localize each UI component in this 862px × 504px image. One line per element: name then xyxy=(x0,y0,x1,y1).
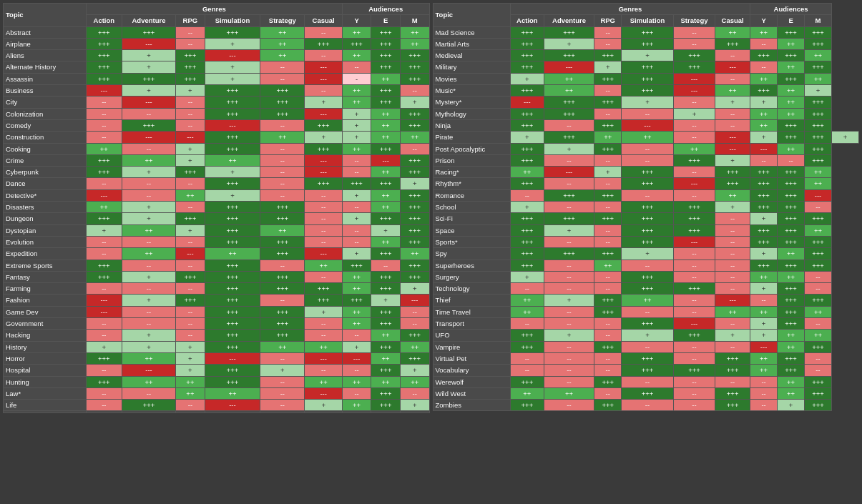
topic-cell: Business xyxy=(4,85,87,97)
data-cell: + xyxy=(205,38,260,49)
data-cell: ++ xyxy=(715,26,750,38)
data-cell: -- xyxy=(510,189,544,201)
data-cell: +++ xyxy=(715,167,750,178)
data-cell: -- xyxy=(594,224,622,236)
data-cell: -- xyxy=(260,143,305,154)
data-cell: ++ xyxy=(400,38,429,49)
data-cell: ++ xyxy=(622,132,674,143)
data-cell: ++ xyxy=(342,26,371,38)
data-cell: +++ xyxy=(622,236,674,247)
data-cell: + xyxy=(805,85,832,97)
data-cell: -- xyxy=(342,365,371,376)
table-row: Wild West++++--+++--+++--+++++ xyxy=(433,387,859,399)
data-cell: +++ xyxy=(205,202,260,213)
data-cell: --- xyxy=(673,318,715,330)
data-cell: -- xyxy=(715,248,750,260)
data-cell: +++ xyxy=(510,376,544,387)
data-cell: +++ xyxy=(400,50,429,61)
data-cell: +++ xyxy=(778,365,805,376)
table-row: Comedy--+++-------+++++++++ xyxy=(4,119,430,131)
data-cell: + xyxy=(342,132,371,143)
table-row: Construction--------+++++++++++ xyxy=(4,132,430,143)
data-cell: -- xyxy=(122,236,175,247)
data-cell: +++ xyxy=(86,61,122,73)
data-cell: -- xyxy=(260,178,305,189)
data-cell: + xyxy=(176,85,205,97)
topic-cell: Transport xyxy=(433,318,510,330)
data-cell: -- xyxy=(260,73,305,84)
data-cell: ++ xyxy=(342,50,371,61)
table-row: Movies+++++++++-----+++++++ xyxy=(433,73,859,84)
data-cell: -- xyxy=(86,97,122,108)
data-cell: +++ xyxy=(594,248,622,260)
data-cell: + xyxy=(715,330,750,341)
data-cell: -- xyxy=(805,365,832,376)
data-cell: -- xyxy=(86,365,122,376)
data-cell: +++ xyxy=(750,85,778,97)
data-cell: +++ xyxy=(400,73,429,84)
data-cell: ++ xyxy=(305,341,342,352)
data-cell: ++ xyxy=(260,38,305,49)
data-cell: + xyxy=(342,341,371,352)
data-cell: --- xyxy=(400,295,429,306)
topic-cell: Spy xyxy=(433,248,510,260)
data-cell: +++ xyxy=(673,283,715,295)
left-table-body: Abstract++++++--+++++--+++++++Airplane++… xyxy=(4,26,430,413)
data-cell: ++ xyxy=(805,306,832,317)
data-cell: --- xyxy=(673,73,715,84)
data-cell: ++ xyxy=(750,365,778,376)
table-row: Zombies+++--+++----+++--++++ xyxy=(433,400,859,411)
data-cell: +++ xyxy=(122,119,175,131)
data-cell: + xyxy=(205,73,260,84)
data-cell: +++ xyxy=(715,178,750,189)
data-cell: +++ xyxy=(805,376,832,387)
data-cell: -- xyxy=(176,260,205,271)
data-cell: + xyxy=(778,400,805,411)
data-cell: +++ xyxy=(622,26,674,38)
data-cell: +++ xyxy=(510,154,544,166)
data-cell: -- xyxy=(400,143,429,154)
table-row: School+----+++++++++++++-- xyxy=(433,202,859,213)
data-cell: ++ xyxy=(176,387,205,399)
data-cell: +++ xyxy=(594,119,622,131)
data-cell: -- xyxy=(176,97,205,108)
data-cell: -- xyxy=(305,189,342,201)
col-header-strategy: Strategy xyxy=(673,15,715,26)
data-cell: -- xyxy=(544,154,594,166)
data-cell: + xyxy=(400,283,429,295)
data-cell: -- xyxy=(805,352,832,364)
data-cell: + xyxy=(122,330,175,341)
data-cell: ++ xyxy=(750,119,778,131)
topic-cell: Airplane xyxy=(4,38,87,49)
data-cell: +++ xyxy=(342,178,371,189)
table-row: Airplane+++-----++++++++++++++ xyxy=(4,38,430,49)
table-row: Vocabulary------++++++++++++++-- xyxy=(433,365,859,376)
data-cell: + xyxy=(544,143,594,154)
topic-header-left: Topic xyxy=(4,4,87,27)
topic-cell: Racing* xyxy=(433,167,510,178)
topic-cell: City xyxy=(4,97,87,108)
data-cell: +++ xyxy=(805,154,832,166)
data-cell: +++ xyxy=(86,167,122,178)
data-cell: -- xyxy=(544,318,594,330)
data-cell: -- xyxy=(715,283,750,295)
data-cell: -- xyxy=(305,271,342,282)
data-cell: + xyxy=(673,108,715,119)
data-cell: +++ xyxy=(805,213,832,224)
topic-cell: Vocabulary xyxy=(433,365,510,376)
data-cell: --- xyxy=(715,61,750,73)
data-cell: ++ xyxy=(510,295,544,306)
data-cell: +++ xyxy=(673,224,715,236)
data-cell: --- xyxy=(715,143,750,154)
data-cell: +++ xyxy=(622,387,674,399)
table-row: Sports*+++----+++-----+++++++++ xyxy=(433,236,859,247)
data-cell: -- xyxy=(86,236,122,247)
data-cell: +++ xyxy=(622,352,674,364)
data-cell: +++ xyxy=(778,202,805,213)
data-cell: -- xyxy=(715,376,750,387)
data-cell: +++ xyxy=(805,341,832,352)
data-cell: ++ xyxy=(544,387,594,399)
col-header-m: M xyxy=(805,15,832,26)
data-cell: +++ xyxy=(510,248,544,260)
data-cell: + xyxy=(342,108,371,119)
